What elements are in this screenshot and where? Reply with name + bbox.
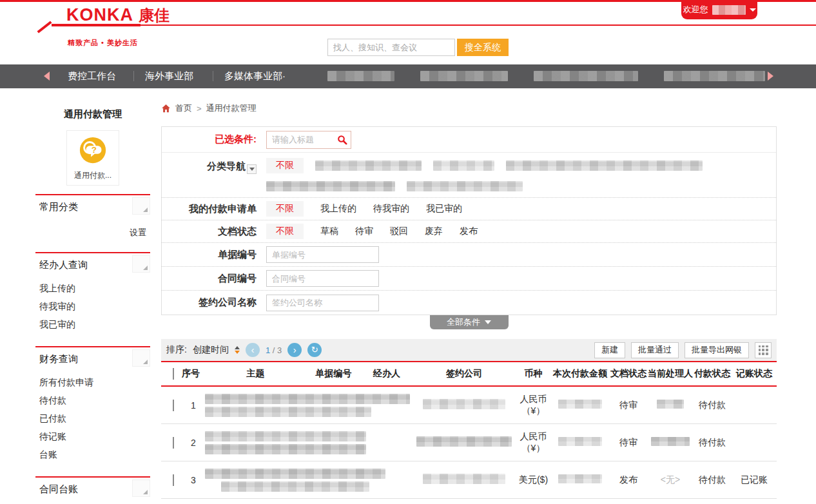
caret-down-icon <box>249 168 255 171</box>
sidebar-item-pending-my-review[interactable]: 待我审的 <box>35 298 150 316</box>
row-currency: 美元($) <box>516 474 551 486</box>
selected-conditions-label: 已选条件: <box>162 133 262 146</box>
my-requests-option-uploaded[interactable]: 我上传的 <box>320 203 356 215</box>
redacted-company <box>423 474 505 484</box>
sidebar-item-pending-payment[interactable]: 待付款 <box>35 392 150 410</box>
page: KONKA 康佳 精致产品 • 美妙生活 搜全系统 欢迎您 费控工作台 海外事业… <box>0 0 816 504</box>
row-checkbox[interactable] <box>173 474 174 486</box>
logo-slash-icon <box>37 21 52 33</box>
doc-status-option-draft[interactable]: 草稿 <box>320 226 338 237</box>
nav-scroll-right-icon[interactable] <box>768 72 773 81</box>
row-seq: 2 <box>182 438 205 448</box>
breadcrumb-home[interactable]: 首页 <box>175 102 192 114</box>
col-amount: 本次付款金额 <box>551 368 609 380</box>
settings-link[interactable]: 设置 <box>35 219 150 245</box>
section-header-finance-query[interactable]: 财务查询 <box>35 347 150 371</box>
company-input[interactable] <box>266 295 379 311</box>
row-checkbox[interactable] <box>173 437 174 449</box>
sidebar-item-ledger[interactable]: 台账 <box>35 446 150 464</box>
section-header-contract-ledger[interactable]: 合同台账 <box>35 478 150 501</box>
redacted-category <box>266 181 395 191</box>
doc-status-option-abandoned[interactable]: 废弃 <box>425 226 443 237</box>
redacted-nav-item <box>327 71 394 81</box>
redacted-company <box>416 436 512 447</box>
row-checkbox[interactable] <box>173 400 174 411</box>
refresh-icon[interactable]: ↻ <box>307 343 322 357</box>
breadcrumb-separator: > <box>197 104 202 113</box>
redacted-category <box>433 160 494 171</box>
search-icon[interactable] <box>337 135 347 145</box>
nav-item-multimedia-division[interactable]: 多媒体事业部· <box>224 70 286 82</box>
table-row[interactable]: 2 人民币 （¥） 待审 待付款 <box>161 424 777 461</box>
section-collapse-box[interactable] <box>132 197 150 215</box>
section-collapse-box[interactable] <box>132 255 150 273</box>
welcome-badge[interactable]: 欢迎您 <box>681 0 757 19</box>
col-seq: 序号 <box>182 368 205 380</box>
table-row[interactable]: 1 人民币 （¥） 待审 待付款 <box>161 387 777 424</box>
nav-item-overseas-division[interactable]: 海外事业部 <box>145 70 193 82</box>
category-collapse-toggle[interactable] <box>247 164 257 174</box>
redacted-category <box>506 160 703 171</box>
search-system-button[interactable]: 搜全系统 <box>457 39 509 56</box>
prev-page-icon[interactable]: ‹ <box>246 343 260 357</box>
redacted-topic <box>205 431 366 441</box>
table-header: 序号 主题 单据编号 经办人 签约公司 币种 本次付款金额 文档状态 当前处理人… <box>161 362 777 387</box>
sidebar: 通用付款管理 ? 通用付款... 常用分类 设置 经办人查询 我上传 <box>35 100 150 504</box>
corner-resize-icon <box>143 360 148 364</box>
next-page-icon[interactable]: › <box>287 343 302 357</box>
sort-label: 排序: <box>166 344 187 356</box>
section-collapse-box[interactable] <box>132 349 150 367</box>
payment-app-card[interactable]: ? 通用付款... <box>66 130 119 186</box>
category-option-unlimited[interactable]: 不限 <box>266 158 304 173</box>
page-current: 1 <box>266 345 270 355</box>
sidebar-section-agent-query: 经办人查询 我上传的 待我审的 我已审的 <box>35 252 150 339</box>
search-input[interactable] <box>327 39 455 56</box>
row-pay-status: 待付款 <box>693 474 732 486</box>
table-row[interactable]: 3 美元($) 发布 <无> 待付款 已记账 <box>161 461 777 499</box>
section-header-agent-query[interactable]: 经办人查询 <box>35 253 150 277</box>
batch-export-button[interactable]: 批量导出网银 <box>685 342 749 358</box>
doc-status-option-pending[interactable]: 待审 <box>355 226 373 237</box>
breadcrumb: 首页 > 通用付款管理 <box>161 100 777 117</box>
contract-no-input[interactable] <box>266 270 379 287</box>
sidebar-item-paid[interactable]: 已付款 <box>35 410 150 428</box>
doc-status-option-rejected[interactable]: 驳回 <box>390 226 408 237</box>
main-nav: 费控工作台 海外事业部 多媒体事业部· <box>0 64 816 88</box>
sidebar-item-all-payment-requests[interactable]: 所有付款申请 <box>35 374 150 392</box>
category-nav-label: 分类导航 <box>162 158 262 174</box>
nav-scroll-left-icon[interactable] <box>44 72 50 81</box>
section-header-common-categories[interactable]: 常用分类 <box>35 195 150 219</box>
redacted-topic <box>205 407 371 417</box>
nav-item-expense-workbench[interactable]: 费控工作台 <box>68 70 116 82</box>
grid-view-icon[interactable] <box>755 342 772 358</box>
filter-row-contract-no: 合同编号 <box>162 267 776 291</box>
my-requests-option-reviewed[interactable]: 我已审的 <box>426 203 462 215</box>
row-seq: 3 <box>182 475 205 485</box>
global-search: 搜全系统 <box>327 39 509 56</box>
my-requests-option-unlimited[interactable]: 不限 <box>266 201 304 217</box>
logo-text-en: KONKA <box>66 5 133 25</box>
sort-direction-icon[interactable] <box>235 346 240 354</box>
section-collapse-box[interactable] <box>132 480 150 497</box>
new-button[interactable]: 新建 <box>594 342 625 358</box>
row-doc-status: 待审 <box>609 437 648 449</box>
batch-approve-button[interactable]: 批量通过 <box>631 342 679 358</box>
sort-field[interactable]: 创建时间 <box>193 344 229 356</box>
select-all-checkbox[interactable] <box>173 368 174 380</box>
row-currency: 人民币 <box>516 431 551 443</box>
doc-no-input[interactable] <box>266 246 379 263</box>
all-conditions-button[interactable]: 全部条件 <box>430 315 509 329</box>
section-title: 常用分类 <box>39 201 78 212</box>
my-requests-option-pending[interactable]: 待我审的 <box>373 203 409 215</box>
row-doc-status: 待审 <box>609 400 648 411</box>
sidebar-item-reviewed-by-me[interactable]: 我已审的 <box>35 316 150 334</box>
doc-status-option-published[interactable]: 发布 <box>460 226 478 237</box>
col-company: 签约公司 <box>413 368 516 380</box>
nav-separator <box>213 71 213 81</box>
filter-panel: 已选条件: 分类导航 不限 <box>161 126 777 315</box>
redacted-category <box>407 181 523 191</box>
sidebar-item-pending-booking[interactable]: 待记账 <box>35 428 150 446</box>
doc-status-option-unlimited[interactable]: 不限 <box>266 224 304 239</box>
sidebar-item-my-uploads[interactable]: 我上传的 <box>35 280 150 298</box>
redacted-amount <box>558 474 602 483</box>
